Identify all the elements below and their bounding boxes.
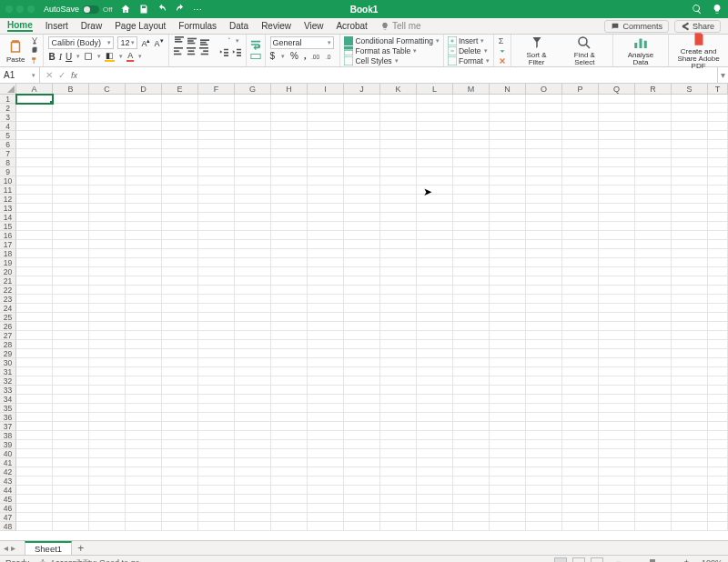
- cell[interactable]: [53, 431, 89, 440]
- cell[interactable]: [453, 240, 490, 249]
- cell[interactable]: [162, 340, 198, 349]
- cell[interactable]: [126, 113, 162, 122]
- cell[interactable]: [16, 95, 53, 104]
- cell[interactable]: [635, 95, 672, 104]
- cell[interactable]: [271, 295, 308, 304]
- cancel-formula-icon[interactable]: ✕: [46, 70, 53, 80]
- cell[interactable]: [344, 386, 380, 395]
- row-header[interactable]: 20: [0, 267, 16, 276]
- cell[interactable]: [308, 131, 344, 140]
- cell[interactable]: [162, 467, 198, 477]
- cell[interactable]: [89, 176, 126, 186]
- cell[interactable]: [453, 349, 490, 358]
- column-header[interactable]: M: [453, 84, 490, 94]
- cell[interactable]: [417, 404, 453, 413]
- cell[interactable]: [599, 158, 635, 167]
- cell[interactable]: [635, 231, 672, 240]
- cell[interactable]: [599, 486, 635, 495]
- cell[interactable]: [235, 113, 271, 122]
- cell[interactable]: [635, 131, 672, 140]
- save-icon[interactable]: [138, 4, 149, 15]
- cell[interactable]: [162, 195, 198, 204]
- cell[interactable]: [526, 367, 562, 376]
- cell[interactable]: [453, 477, 490, 486]
- cell[interactable]: [53, 186, 89, 195]
- cell[interactable]: [89, 522, 126, 531]
- cell[interactable]: [198, 304, 235, 313]
- cell[interactable]: [126, 322, 162, 331]
- cell[interactable]: [490, 358, 526, 367]
- cell[interactable]: [53, 395, 89, 404]
- cell[interactable]: [526, 249, 562, 258]
- cell[interactable]: [599, 376, 635, 386]
- cell[interactable]: [599, 113, 635, 122]
- cell[interactable]: [308, 440, 344, 449]
- cell[interactable]: [198, 276, 235, 286]
- cell[interactable]: [308, 458, 344, 467]
- cell[interactable]: [235, 349, 271, 358]
- cell[interactable]: [162, 386, 198, 395]
- cell[interactable]: [271, 331, 308, 340]
- cell[interactable]: [453, 131, 490, 140]
- cell[interactable]: [490, 331, 526, 340]
- column-header[interactable]: F: [198, 84, 235, 94]
- cell[interactable]: [562, 149, 599, 158]
- cell[interactable]: [162, 249, 198, 258]
- cell[interactable]: [271, 149, 308, 158]
- cell[interactable]: [453, 122, 490, 131]
- cell[interactable]: [526, 186, 562, 195]
- cell[interactable]: [53, 258, 89, 267]
- cell[interactable]: [344, 376, 380, 386]
- cell[interactable]: [89, 131, 126, 140]
- cell[interactable]: [380, 486, 417, 495]
- cell[interactable]: [708, 131, 728, 140]
- cell[interactable]: [599, 458, 635, 467]
- cell[interactable]: [198, 104, 235, 113]
- cell[interactable]: [708, 267, 728, 276]
- row-header[interactable]: 9: [0, 167, 16, 176]
- cell[interactable]: [235, 358, 271, 367]
- cell[interactable]: [235, 276, 271, 286]
- cell[interactable]: [235, 431, 271, 440]
- row-header[interactable]: 41: [0, 458, 16, 467]
- cell[interactable]: [126, 231, 162, 240]
- cell[interactable]: [235, 249, 271, 258]
- cell[interactable]: [16, 395, 53, 404]
- cell[interactable]: [708, 204, 728, 213]
- cell[interactable]: [198, 249, 235, 258]
- row-header[interactable]: 42: [0, 467, 16, 477]
- cell[interactable]: [344, 195, 380, 204]
- cell[interactable]: [235, 440, 271, 449]
- cell[interactable]: [198, 267, 235, 276]
- cell[interactable]: [635, 322, 672, 331]
- cell[interactable]: [235, 122, 271, 131]
- cell[interactable]: [672, 513, 708, 522]
- cell[interactable]: [235, 413, 271, 422]
- cell[interactable]: [635, 258, 672, 267]
- cell[interactable]: [271, 495, 308, 504]
- cell[interactable]: [126, 367, 162, 376]
- cell[interactable]: [308, 422, 344, 431]
- cell[interactable]: [89, 149, 126, 158]
- cell[interactable]: [198, 449, 235, 458]
- cell[interactable]: [708, 386, 728, 395]
- cell[interactable]: [308, 95, 344, 104]
- cell[interactable]: [271, 231, 308, 240]
- cell[interactable]: [308, 104, 344, 113]
- cell[interactable]: [599, 367, 635, 376]
- cell[interactable]: [672, 495, 708, 504]
- tab-home[interactable]: Home: [7, 20, 33, 32]
- cell[interactable]: [635, 158, 672, 167]
- cell[interactable]: [89, 313, 126, 322]
- cell[interactable]: [198, 376, 235, 386]
- cell[interactable]: [453, 231, 490, 240]
- tab-view[interactable]: View: [304, 21, 324, 31]
- cell[interactable]: [635, 486, 672, 495]
- cell[interactable]: [526, 313, 562, 322]
- cell[interactable]: [562, 340, 599, 349]
- analyse-data-button[interactable]: Analyse Data: [617, 35, 665, 66]
- cell[interactable]: [89, 513, 126, 522]
- cell[interactable]: [162, 222, 198, 231]
- cell[interactable]: [235, 376, 271, 386]
- cell[interactable]: [672, 522, 708, 531]
